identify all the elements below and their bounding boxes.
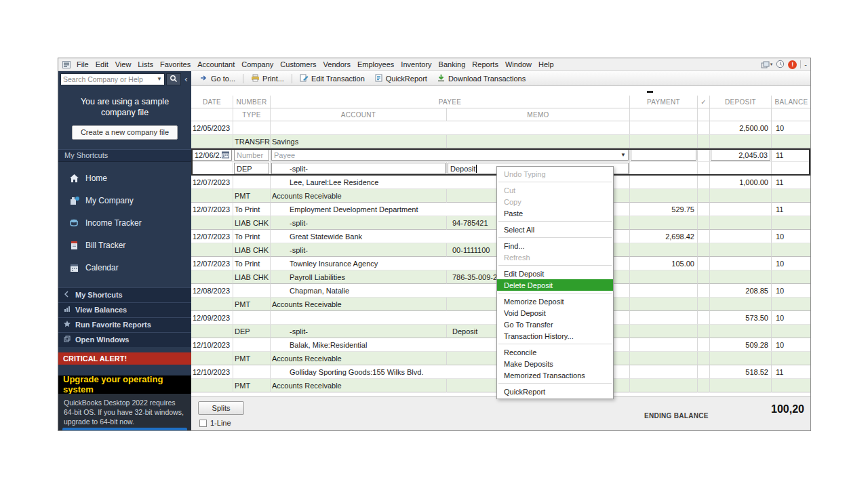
cell-number xyxy=(233,121,271,135)
cell-blank xyxy=(191,352,233,365)
cell-account: Payroll Liabilities xyxy=(271,270,447,284)
context-menu-item-make-deposits[interactable]: Make Deposits xyxy=(497,358,613,369)
type-field[interactable]: DEP xyxy=(234,163,269,174)
create-company-file-button[interactable]: Create a new company file xyxy=(72,125,178,140)
one-line-checkbox[interactable] xyxy=(199,420,207,427)
search-button[interactable] xyxy=(166,73,181,85)
account-field[interactable]: -split- xyxy=(271,163,446,174)
context-menu-item-memorized-transactions[interactable]: Memorized Transactions xyxy=(497,369,613,381)
deposit-field[interactable]: 2,045.03 xyxy=(711,149,770,161)
sidebar-collapse-chevron[interactable]: ‹ xyxy=(182,74,190,84)
clock-icon[interactable] xyxy=(776,60,785,70)
cell-account: Accounts Receivable xyxy=(271,189,447,203)
context-menu-item-delete-deposit[interactable]: Delete Deposit xyxy=(497,279,613,291)
header-type: TYPE xyxy=(233,108,271,121)
table-row[interactable]: 12/05/2023 2,500.00 10 TRANSFR Savings xyxy=(191,121,810,148)
window-cascade-icon[interactable]: ▾ xyxy=(761,61,773,68)
edit-transaction-button[interactable]: Edit Transaction xyxy=(296,73,369,85)
context-menu-item-go-to-transfer[interactable]: Go To Transfer xyxy=(497,319,613,330)
panel-view-balances[interactable]: View Balances xyxy=(58,302,191,317)
cell-blank xyxy=(698,298,710,311)
context-menu-item-transaction-history[interactable]: Transaction History... xyxy=(497,330,613,342)
bill-tracker-icon xyxy=(68,241,79,250)
menu-employees[interactable]: Employees xyxy=(354,60,397,68)
cell-deposit xyxy=(710,230,772,243)
window-minimize-dash: - xyxy=(804,60,807,68)
context-menu-item-paste[interactable]: Paste xyxy=(497,207,613,219)
upgrade-action-button-partial[interactable] xyxy=(62,428,187,430)
cell-payment: 2,698.42 xyxy=(630,230,698,243)
separator xyxy=(498,383,612,384)
payee-field[interactable]: Payee ▼ xyxy=(271,149,629,161)
context-menu-item-memorize-deposit[interactable]: Memorize Deposit xyxy=(497,296,613,307)
sidebar-item-my-company[interactable]: My Company xyxy=(58,190,191,212)
chevron-down-icon: ▾ xyxy=(770,62,773,67)
context-menu-item-edit-deposit[interactable]: Edit Deposit xyxy=(497,268,613,279)
menu-reports[interactable]: Reports xyxy=(469,60,502,68)
cell-blank xyxy=(630,270,698,284)
one-line-toggle[interactable]: 1-Line xyxy=(199,419,231,427)
download-transactions-button[interactable]: Download Transactions xyxy=(433,73,530,85)
menu-banking[interactable]: Banking xyxy=(435,60,469,68)
cell-blank xyxy=(710,135,772,148)
sidebar-item-label: Bill Tracker xyxy=(85,241,125,250)
account-value: -split- xyxy=(290,165,308,173)
cell-balance: 11 xyxy=(772,148,811,162)
context-menu-item-select-all[interactable]: Select All xyxy=(497,224,613,235)
context-menu-item-void-deposit[interactable]: Void Deposit xyxy=(497,307,613,319)
menu-favorites[interactable]: Favorites xyxy=(157,60,194,68)
cell-type: DEP xyxy=(233,325,271,338)
cell-date: 12/10/2023 xyxy=(191,338,233,352)
number-field[interactable]: Number xyxy=(234,149,269,161)
sidebar-item-calendar[interactable]: Calendar xyxy=(58,257,191,279)
menu-window[interactable]: Window xyxy=(502,60,535,68)
register-footer: Splits 1-Line ENDING BALANCE 100,20 xyxy=(191,396,810,430)
cell-number: To Print xyxy=(233,230,271,243)
cell-blank xyxy=(630,352,698,365)
ending-balance-value: 100,20 xyxy=(771,403,811,415)
menu-view[interactable]: View xyxy=(112,60,135,68)
cell-date: 12/07/2023 xyxy=(191,257,233,270)
print-button[interactable]: Print... xyxy=(247,73,288,85)
menu-company[interactable]: Company xyxy=(238,60,277,68)
quickreport-button[interactable]: QuickReport xyxy=(370,73,431,85)
cell-blank xyxy=(191,243,233,257)
alerts-badge-icon[interactable]: ! xyxy=(788,60,797,69)
panel-open-windows[interactable]: Open Windows xyxy=(58,332,191,347)
date-field[interactable]: 12/06/2... xyxy=(192,149,232,161)
payment-field[interactable] xyxy=(631,149,696,161)
payee-dropdown-icon[interactable]: ▼ xyxy=(620,152,626,158)
context-menu-item-find[interactable]: Find... xyxy=(497,240,613,251)
panel-my-shortcuts[interactable]: My Shortcuts xyxy=(58,287,191,302)
search-input[interactable]: Search Company or Help ▼ xyxy=(60,73,165,85)
context-menu-item-quickreport[interactable]: QuickReport xyxy=(497,386,613,397)
splits-button[interactable]: Splits xyxy=(198,401,244,415)
menu-lists[interactable]: Lists xyxy=(134,60,157,68)
sidebar-item-bill-tracker[interactable]: Bill Tracker xyxy=(58,235,191,257)
cell-blank xyxy=(191,189,233,203)
cell-type: PMT xyxy=(233,298,271,311)
menu-help[interactable]: Help xyxy=(535,60,557,68)
cell-blank xyxy=(191,135,233,148)
cell-number: To Print xyxy=(233,203,271,216)
menu-vendors[interactable]: Vendors xyxy=(320,60,354,68)
memo-value: Deposit xyxy=(450,165,475,173)
context-menu-item-reconcile[interactable]: Reconcile xyxy=(497,346,613,358)
menu-file[interactable]: File xyxy=(73,60,92,68)
menu-edit[interactable]: Edit xyxy=(92,60,112,68)
menu-customers[interactable]: Customers xyxy=(277,60,319,68)
go-to-button[interactable]: Go to... xyxy=(195,73,239,85)
menu-inventory[interactable]: Inventory xyxy=(397,60,435,68)
cell-cleared xyxy=(698,338,710,352)
shortcuts-section-header[interactable]: My Shortcuts xyxy=(58,149,191,162)
cell-type: LIAB CHK xyxy=(233,216,271,230)
cell-cleared[interactable] xyxy=(698,148,710,162)
sidebar-item-income-tracker[interactable]: Income Tracker xyxy=(58,212,191,235)
calendar-picker-icon[interactable] xyxy=(222,151,229,159)
chevron-down-icon[interactable]: ▼ xyxy=(157,76,162,82)
panel-run-favorite-reports[interactable]: Run Favorite Reports xyxy=(58,317,191,332)
sidebar-item-home[interactable]: Home xyxy=(58,167,191,190)
app-icon xyxy=(62,61,71,68)
menu-accountant[interactable]: Accountant xyxy=(194,60,238,68)
cell-blank xyxy=(191,379,233,392)
